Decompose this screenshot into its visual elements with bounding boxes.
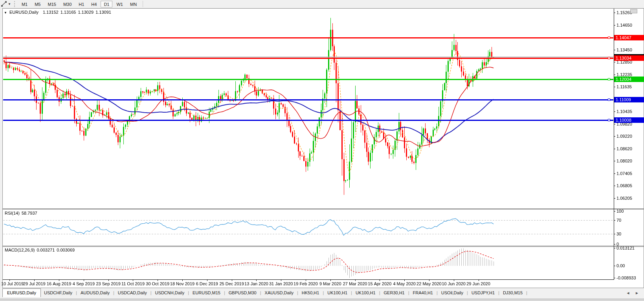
- trendline-tool-glyph: [1, 1, 7, 7]
- high-value: 1.13165: [61, 10, 76, 15]
- timeframe-button-h4[interactable]: H4: [88, 1, 100, 7]
- tab-separator: |: [467, 290, 468, 295]
- tab-separator: |: [260, 290, 261, 295]
- chart-tabs-bar: EURUSD,DailyUSDCHF,Daily|AUDUSD,Daily|US…: [0, 288, 644, 299]
- tab-separator: |: [76, 290, 77, 295]
- tab-separator: |: [297, 290, 298, 295]
- chart-tab-usdcnh-daily[interactable]: USDCNH,Daily: [152, 288, 188, 297]
- macd-main-value: 0.003271: [37, 248, 55, 252]
- tab-separator: |: [188, 290, 189, 295]
- resistance-lower-badge: 1.13034: [614, 55, 644, 61]
- collapse-triangle-icon[interactable]: ▼: [4, 11, 7, 15]
- open-value: 1.13152: [43, 10, 59, 15]
- support-blue-2-badge: 1.10008: [614, 117, 644, 123]
- chart-tab-dj30-m15[interactable]: DJ30,M15: [500, 288, 526, 297]
- close-value: 1.13091: [95, 10, 111, 15]
- timeframe-button-mn[interactable]: MN: [127, 1, 140, 7]
- timeframe-button-w1[interactable]: W1: [113, 1, 126, 7]
- chart-tab-fra40-h1[interactable]: FRA40,H1: [410, 288, 436, 297]
- timeframe-button-m5[interactable]: M5: [31, 1, 44, 7]
- tabs-scroll-left-icon[interactable]: ◄: [626, 291, 632, 295]
- support-blue-1-badge: 1.11009: [614, 97, 644, 102]
- tab-separator: |: [224, 290, 225, 295]
- tab-separator: |: [150, 290, 152, 295]
- toolbar-divider: [143, 1, 143, 7]
- chart-tab-uk100-h1[interactable]: UK100,H1: [352, 288, 379, 297]
- toolbar-grip: [14, 1, 16, 7]
- chart-tab-eurusd-m15[interactable]: EURUSD,M15: [189, 288, 224, 297]
- chart-tab-xauusd-daily[interactable]: XAUUSD,Daily: [262, 288, 297, 297]
- timeframe-button-m1[interactable]: M1: [18, 1, 31, 7]
- rsi-value: 58.7937: [22, 211, 37, 215]
- tab-separator: |: [379, 290, 380, 295]
- tab-separator: |: [526, 290, 527, 295]
- chart-tab-usdchf-daily[interactable]: USDCHF,Daily: [41, 288, 75, 297]
- chart-canvas[interactable]: [0, 0, 644, 288]
- toolbar: ▼ M1M5M15M30H1H4D1W1MN: [0, 0, 644, 8]
- tab-separator: |: [113, 290, 114, 295]
- timeframe-button-d1[interactable]: D1: [101, 1, 112, 7]
- chart-tab-hk50-h1[interactable]: HK50,H1: [299, 288, 323, 297]
- support-green-badge: 1.12004: [614, 77, 644, 82]
- low-value: 1.13029: [78, 10, 94, 15]
- timeframe-button-m15[interactable]: M15: [44, 1, 59, 7]
- rsi-indicator-name: RSI(14): [5, 211, 20, 215]
- timeframe-buttons: M1M5M15M30H1H4D1W1MN: [18, 0, 140, 7]
- tab-separator: |: [351, 290, 352, 295]
- chart-tab-uk100-h1[interactable]: UK100,H1: [324, 288, 350, 297]
- chevron-down-icon[interactable]: ▼: [8, 2, 11, 6]
- status-bar: [0, 299, 644, 301]
- tab-separator: |: [408, 290, 409, 295]
- rsi-label: RSI(14)58.7937: [5, 211, 39, 215]
- macd-label: MACD(12,26,9)0.0032710.003069: [5, 248, 77, 252]
- tab-separator: |: [437, 290, 438, 295]
- chart-tab-audusd-daily[interactable]: AUDUSD,Daily: [77, 288, 113, 297]
- resistance-upper-badge: 1.14047: [614, 35, 644, 40]
- chart-tab-usoil-daily[interactable]: USOil,Daily: [438, 288, 466, 297]
- chart-tabs: EURUSD,DailyUSDCHF,Daily|AUDUSD,Daily|US…: [0, 288, 528, 297]
- chart-scrollbar-thumb[interactable]: [630, 9, 637, 13]
- tab-separator: |: [498, 290, 499, 295]
- chart-title: ▼EURUSD,Daily1.131521.131651.130291.1309…: [4, 10, 111, 15]
- tabs-scroll-right-icon[interactable]: ►: [635, 291, 641, 295]
- tab-scroll-arrows: ◄ ►: [626, 291, 641, 295]
- chart-tab-usdjpy-h1[interactable]: USDJPY,H1: [468, 288, 498, 297]
- timeframe-button-h1[interactable]: H1: [75, 1, 87, 7]
- chart-tab-ger30-h1[interactable]: GER30,H1: [381, 288, 408, 297]
- tab-separator: |: [323, 290, 324, 295]
- chart-tab-usdcad-daily[interactable]: USDCAD,Daily: [115, 288, 150, 297]
- chart-tab-gbpusd-m30[interactable]: GBPUSD,M30: [226, 288, 260, 297]
- macd-indicator-name: MACD(12,26,9): [5, 248, 35, 252]
- chart-tab-eurusd-daily[interactable]: EURUSD,Daily: [2, 288, 41, 297]
- timeframe-button-m30[interactable]: M30: [60, 1, 75, 7]
- trendline-tool-icon[interactable]: [1, 1, 7, 7]
- macd-signal-value: 0.003069: [57, 248, 75, 252]
- symbol-label: EURUSD,Daily: [9, 10, 39, 15]
